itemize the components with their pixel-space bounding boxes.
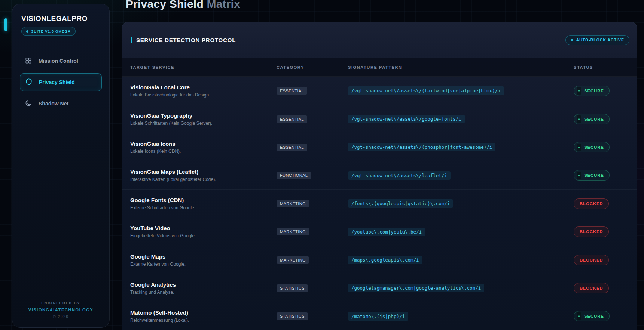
service-name: Google Analytics <box>130 281 277 288</box>
category-badge: MARKETING <box>277 228 309 235</box>
category-cell: MARKETING <box>277 256 348 264</box>
auto-block-badge: AUTO-BLOCK ACTIVE <box>565 35 629 45</box>
status-badge: SECURE <box>574 311 610 321</box>
version-badge: SUITE V1.0 OMEGA <box>21 27 76 36</box>
panel-header: SERVICE DETECTION PROTOCOL AUTO-BLOCK AC… <box>122 22 637 58</box>
signature-pattern: /fonts\.(googleapis|gstatic)\.com/i <box>348 199 453 208</box>
table-row: VisionGaia Local Core Lokale Basistechno… <box>122 77 637 105</box>
pattern-cell: /vgt-shadow-net\/assets\/leaflet/i <box>348 171 574 180</box>
signature-pattern: /vgt-shadow-net\/assets\/(tailwind|vue|a… <box>348 86 504 95</box>
service-name: VisionGaia Typography <box>130 112 277 119</box>
service-description: Externe Schriftarten von Google. <box>130 205 277 210</box>
pulse-dot-icon <box>577 87 581 95</box>
auto-block-badge-label: AUTO-BLOCK ACTIVE <box>576 38 624 42</box>
moon-icon <box>25 99 32 108</box>
sidebar-item-mission-control[interactable]: Mission Control <box>20 53 102 69</box>
status-badge: SECURE <box>574 114 610 124</box>
service-cell: Google Maps Externe Karten von Google. <box>130 253 277 267</box>
service-description: Reichweitenmessung (Lokal). <box>130 318 277 323</box>
pulse-dot-icon <box>577 172 581 179</box>
status-cell: SECURE <box>574 311 637 321</box>
pattern-cell: /matomo\.(js|php)/i <box>348 312 574 321</box>
service-name: VisionGaia Icons <box>130 141 277 147</box>
service-cell: Matomo (Self-Hosted) Reichweitenmessung … <box>130 309 277 323</box>
service-name: Google Fonts (CDN) <box>130 197 277 203</box>
version-badge-label: SUITE V1.0 OMEGA <box>31 29 71 33</box>
column-header-signature-pattern: SIGNATURE PATTERN <box>348 65 574 70</box>
signature-pattern: /youtube\.com|youtu\.be/i <box>348 228 425 236</box>
page-title: Privacy Shield Matrix <box>126 0 240 10</box>
table-row: YouTube Video Eingebettete Videos von Go… <box>122 218 637 246</box>
sidebar-item-label: Shadow Net <box>39 101 68 107</box>
service-description: Lokale Schriftarten (Kein Google Server)… <box>130 121 277 126</box>
service-description: Externe Karten von Google. <box>130 262 277 267</box>
table-row: Google Fonts (CDN) Externe Schriftarten … <box>122 189 637 218</box>
category-badge: ESSENTIAL <box>277 115 307 123</box>
category-badge: MARKETING <box>277 200 309 207</box>
category-cell: ESSENTIAL <box>277 115 348 123</box>
status-dot-icon <box>571 39 573 41</box>
service-description: Interaktive Karten (Lokal gehosteter Cod… <box>130 177 277 182</box>
sidebar-nav: Mission Control Privacy Shield Shadow Ne… <box>20 53 102 112</box>
sidebar-item-label: Mission Control <box>39 58 78 64</box>
footer-company-link[interactable]: VISIONGAIATECHNOLOGY <box>20 308 102 312</box>
sidebar-item-privacy-shield[interactable]: Privacy Shield <box>20 73 102 91</box>
service-cell: YouTube Video Eingebettete Videos von Go… <box>130 225 277 238</box>
signature-pattern: /googletagmanager\.com|google-analytics\… <box>348 284 484 292</box>
category-cell: ESSENTIAL <box>277 144 348 151</box>
signature-pattern: /matomo\.(js|php)/i <box>348 312 408 321</box>
status-cell: BLOCKED <box>574 198 637 209</box>
category-badge: STATISTICS <box>277 312 308 320</box>
pulse-dot-icon <box>577 312 581 320</box>
status-badge: SECURE <box>574 142 610 152</box>
status-badge: BLOCKED <box>574 283 609 293</box>
service-description: Eingebettete Videos von Google. <box>130 233 277 238</box>
category-cell: STATISTICS <box>277 312 348 320</box>
service-detection-panel: SERVICE DETECTION PROTOCOL AUTO-BLOCK AC… <box>122 22 637 330</box>
service-name: VisionGaia Maps (Leaflet) <box>130 169 277 175</box>
category-badge: FUNCTIONAL <box>277 172 311 179</box>
footer-copyright: © 2026 <box>20 315 102 319</box>
status-badge: BLOCKED <box>574 198 609 209</box>
category-cell: MARKETING <box>277 200 348 207</box>
status-cell: SECURE <box>574 142 637 152</box>
category-badge: ESSENTIAL <box>277 87 307 95</box>
column-header-status: STATUS <box>574 65 637 70</box>
pulse-dot-icon <box>577 144 581 151</box>
service-description: Lokale Basistechnologie für das Design. <box>130 92 277 98</box>
pattern-cell: /vgt-shadow-net\/assets\/(phosphor|font-… <box>348 143 574 151</box>
category-cell: MARKETING <box>277 228 348 235</box>
panel-title-label: SERVICE DETECTION PROTOCOL <box>136 37 236 43</box>
shield-icon <box>25 78 33 87</box>
signature-pattern: /vgt-shadow-net\/assets\/leaflet/i <box>348 171 451 180</box>
sidebar-item-shadow-net[interactable]: Shadow Net <box>20 95 102 112</box>
sidebar-active-edge-accent <box>4 18 7 31</box>
service-cell: VisionGaia Local Core Lokale Basistechno… <box>130 84 277 98</box>
status-cell: BLOCKED <box>574 283 637 293</box>
pattern-cell: /fonts\.(googleapis|gstatic)\.com/i <box>348 199 574 208</box>
table-row: VisionGaia Typography Lokale Schriftarte… <box>122 105 637 133</box>
status-dot-icon <box>26 30 28 33</box>
panel-title: SERVICE DETECTION PROTOCOL <box>131 37 236 43</box>
service-cell: VisionGaia Icons Lokale Icons (Kein CDN)… <box>130 141 277 154</box>
status-badge: BLOCKED <box>574 226 609 237</box>
signature-pattern: /vgt-shadow-net\/assets\/(phosphor|font-… <box>348 143 495 151</box>
status-badge: SECURE <box>574 170 610 181</box>
column-header-category: CATEGORY <box>277 65 348 70</box>
signature-pattern: /vgt-shadow-net\/assets\/google-fonts/i <box>348 115 465 123</box>
pattern-cell: /vgt-shadow-net\/assets\/(tailwind|vue|a… <box>348 86 574 95</box>
status-cell: BLOCKED <box>574 255 637 265</box>
category-badge: STATISTICS <box>277 284 308 292</box>
pattern-cell: /vgt-shadow-net\/assets\/google-fonts/i <box>348 115 574 123</box>
table-row: Google Analytics Tracking und Analyse. S… <box>122 274 637 302</box>
table-row: Matomo (Self-Hosted) Reichweitenmessung … <box>122 302 637 330</box>
pulse-dot-icon <box>577 115 581 123</box>
service-name: YouTube Video <box>130 225 277 231</box>
service-cell: VisionGaia Maps (Leaflet) Interaktive Ka… <box>130 169 277 182</box>
category-badge: ESSENTIAL <box>277 144 307 151</box>
brand-logo: VISIONLEGALPRO <box>20 15 102 23</box>
sidebar-item-label: Privacy Shield <box>39 79 75 85</box>
category-cell: STATISTICS <box>277 284 348 292</box>
status-cell: SECURE <box>574 170 637 181</box>
service-description: Tracking und Analyse. <box>130 290 277 295</box>
